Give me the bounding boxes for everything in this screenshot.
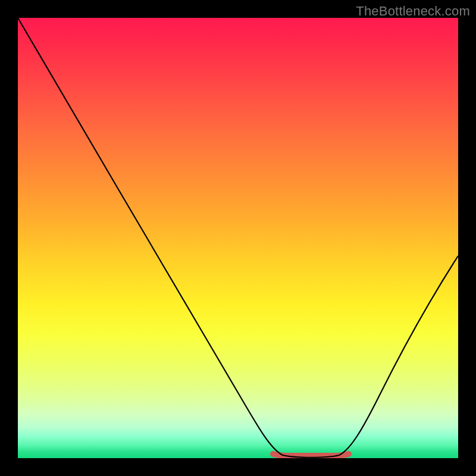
watermark-text: TheBottleneck.com: [356, 4, 470, 19]
curve-svg: [18, 18, 458, 458]
bottleneck-curve: [18, 18, 458, 458]
chart-frame: TheBottleneck.com: [0, 0, 476, 476]
plot-area: [18, 18, 458, 458]
